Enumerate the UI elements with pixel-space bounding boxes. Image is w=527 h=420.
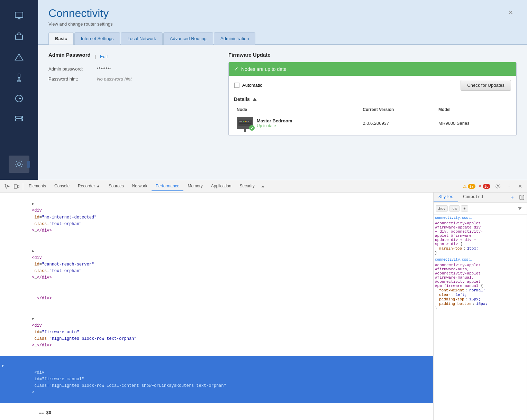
html-panel[interactable]: ▶ <div id="no-internet-detected" class="… bbox=[0, 193, 434, 420]
err-badge: ✕ 16 bbox=[478, 184, 490, 189]
automatic-checkbox[interactable] bbox=[234, 83, 239, 88]
svg-rect-24 bbox=[18, 185, 19, 188]
styles-tab-styles[interactable]: Styles bbox=[434, 193, 458, 202]
sidebar-icon-warning[interactable] bbox=[9, 48, 29, 66]
html-line: ▶ <div id="firmware-auto" class="highlig… bbox=[0, 309, 433, 356]
content-area: Admin Password | Edit Admin password: **… bbox=[38, 45, 527, 180]
css-selector-2: #connectivity-applet#firmware-auto,#conn… bbox=[435, 263, 525, 288]
close-devtools-button[interactable]: ✕ bbox=[515, 181, 525, 191]
edit-link[interactable]: Edit bbox=[100, 54, 108, 59]
close-button[interactable]: ✕ bbox=[505, 7, 517, 18]
tab-administration[interactable]: Administration bbox=[214, 32, 255, 45]
app-area: Connectivity View and change router sett… bbox=[0, 0, 527, 180]
hov-button[interactable]: :hov bbox=[436, 205, 448, 212]
col-version: Current Version bbox=[360, 105, 436, 114]
firmware-status-text: Nodes are up to date bbox=[241, 66, 287, 72]
dt-tab-memory[interactable]: Memory bbox=[183, 181, 207, 191]
css-rules-2: font-weight: normal; clear: left; paddin… bbox=[439, 288, 525, 306]
details-section: Details Node Current Version Model bbox=[229, 95, 516, 136]
expand-arrow[interactable]: ▶ bbox=[32, 201, 36, 207]
html-line: ▶ <div id="no-internet-detected" class="… bbox=[0, 194, 433, 241]
page-subtitle: View and change router settings bbox=[48, 21, 113, 27]
svg-rect-1 bbox=[18, 18, 20, 19]
dt-tab-network[interactable]: Network bbox=[128, 181, 152, 191]
node-row: ✓ Master Bedroom Up to date bbox=[234, 114, 511, 132]
filter-styles-button[interactable] bbox=[515, 204, 525, 213]
styles-tabs: Styles Computed + bbox=[434, 193, 527, 203]
svg-rect-0 bbox=[15, 12, 23, 18]
details-header[interactable]: Details bbox=[234, 95, 511, 105]
css-rules-1: margin-top: 15px; bbox=[439, 246, 525, 251]
firmware-controls: Automatic Check for Updates bbox=[229, 76, 516, 95]
expand-arrow[interactable]: ▶ bbox=[32, 316, 36, 322]
settings-button[interactable] bbox=[493, 181, 503, 191]
more-tabs-button[interactable]: » bbox=[259, 182, 267, 190]
devtools-area: Elements Console Recorder ▲ Sources Netw… bbox=[0, 180, 527, 420]
node-version: 2.0.6.206937 bbox=[360, 114, 436, 132]
sidebar-icon-tools[interactable] bbox=[9, 69, 29, 86]
sidebar-icon-briefcase[interactable] bbox=[9, 28, 29, 45]
tab-internet-settings[interactable]: Internet Settings bbox=[74, 32, 120, 45]
plus-button[interactable]: + bbox=[461, 205, 468, 212]
col-node: Node bbox=[234, 105, 360, 114]
dt-tab-recorder[interactable]: Recorder ▲ bbox=[74, 181, 105, 191]
warn-count: 17 bbox=[468, 184, 475, 189]
device-icon[interactable] bbox=[12, 181, 21, 191]
dt-tab-sources[interactable]: Sources bbox=[105, 181, 128, 191]
toolbar-divider bbox=[23, 183, 23, 190]
details-label: Details bbox=[234, 96, 250, 102]
admin-password-label: Admin password: bbox=[48, 66, 93, 72]
left-panel: Admin Password | Edit Admin password: **… bbox=[48, 52, 215, 173]
node-name: Master Bedroom bbox=[257, 118, 292, 123]
svg-point-13 bbox=[21, 117, 22, 118]
check-icon: ✓ bbox=[234, 66, 238, 72]
dt-tab-console[interactable]: Console bbox=[50, 181, 74, 191]
css-source-1: connectivity.css:… bbox=[435, 216, 525, 220]
svg-rect-2 bbox=[17, 19, 21, 19]
automatic-row: Automatic bbox=[234, 83, 262, 88]
svg-point-25 bbox=[497, 185, 499, 187]
dt-tab-security[interactable]: Security bbox=[235, 181, 258, 191]
tab-advanced-routing[interactable]: Advanced Routing bbox=[163, 32, 213, 45]
firmware-box: ✓ Nodes are up to date Automatic Check f… bbox=[228, 62, 517, 136]
html-line: == $0 bbox=[0, 403, 433, 420]
svg-point-5 bbox=[19, 59, 19, 60]
dt-tab-elements[interactable]: Elements bbox=[25, 181, 50, 191]
tab-basic[interactable]: Basic bbox=[48, 32, 74, 45]
svg-rect-22 bbox=[239, 123, 251, 124]
html-line-selected[interactable]: ▼ <div id="firmware-manual" class="highl… bbox=[0, 356, 433, 403]
dt-tab-performance[interactable]: Performance bbox=[152, 181, 184, 191]
node-status: Up to date bbox=[257, 123, 292, 128]
node-model: MR9600 Series bbox=[436, 114, 511, 132]
sidebar-icon-clock[interactable] bbox=[9, 90, 29, 107]
sidebar-icon-settings[interactable] bbox=[9, 156, 29, 173]
collapse-icon bbox=[253, 98, 257, 101]
css-selector-1: #connectivity-applet#firmware-update div… bbox=[435, 221, 525, 246]
divider: | bbox=[95, 54, 96, 59]
svg-rect-18 bbox=[243, 121, 244, 122]
node-check-icon: ✓ bbox=[249, 125, 255, 131]
styles-panel-button[interactable] bbox=[517, 193, 527, 202]
add-style-button[interactable]: + bbox=[507, 193, 517, 202]
col-model: Model bbox=[436, 105, 511, 114]
styles-tab-computed[interactable]: Computed bbox=[458, 193, 488, 202]
main-content: Connectivity View and change router sett… bbox=[38, 0, 527, 180]
svg-rect-23 bbox=[14, 185, 17, 188]
more-options-button[interactable]: ⋮ bbox=[504, 181, 514, 191]
firmware-title: Firmware Update bbox=[228, 52, 517, 58]
svg-point-14 bbox=[21, 120, 22, 121]
check-updates-button[interactable]: Check for Updates bbox=[461, 80, 511, 91]
cls-button[interactable]: .cls bbox=[449, 205, 460, 212]
devtools-tabs: Elements Console Recorder ▲ Sources Netw… bbox=[25, 181, 463, 191]
tab-local-network[interactable]: Local Network bbox=[121, 32, 162, 45]
password-hint-label: Password hint: bbox=[48, 76, 93, 82]
sidebar-icon-server[interactable] bbox=[9, 111, 29, 128]
expand-arrow[interactable]: ▶ bbox=[32, 248, 36, 255]
err-count: 16 bbox=[483, 184, 490, 189]
firmware-panel: Firmware Update ✓ Nodes are up to date A… bbox=[228, 52, 517, 173]
cursor-icon[interactable] bbox=[2, 181, 12, 191]
dt-tab-application[interactable]: Application bbox=[207, 181, 236, 191]
router-icon: ✓ bbox=[237, 117, 253, 129]
sidebar-icon-monitor[interactable] bbox=[9, 7, 29, 24]
svg-rect-21 bbox=[248, 121, 249, 122]
